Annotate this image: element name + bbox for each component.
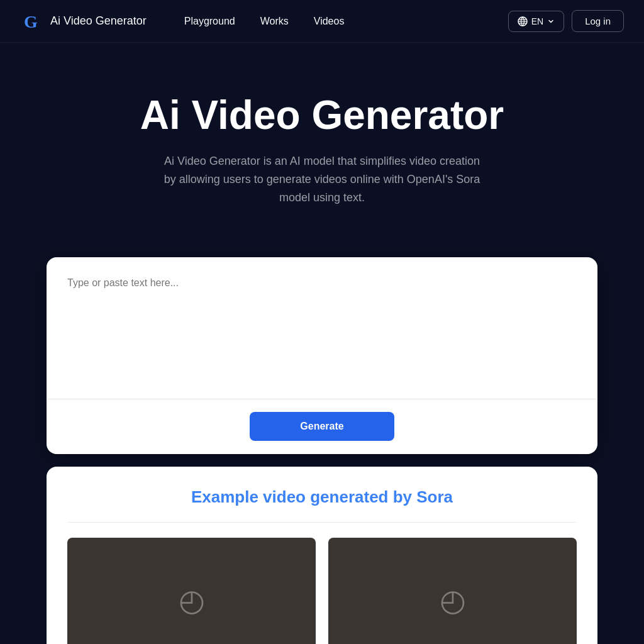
input-card: Generate: [47, 257, 597, 454]
chevron-down-icon: [547, 18, 555, 25]
logo-icon[interactable]: G: [20, 10, 43, 33]
hero-section: Ai Video Generator Ai Video Generator is…: [0, 43, 644, 245]
nav-works[interactable]: Works: [250, 11, 299, 32]
nav-playground[interactable]: Playground: [174, 11, 245, 32]
video-thumbnail-1[interactable]: ◴: [67, 538, 316, 644]
examples-title: Example video generated by Sora: [67, 487, 577, 507]
globe-icon: [518, 16, 528, 26]
login-button[interactable]: Log in: [572, 10, 624, 32]
generate-button[interactable]: Generate: [250, 412, 394, 441]
language-selector[interactable]: EN: [508, 11, 564, 32]
navbar: G Ai Video Generator Playground Works Vi…: [0, 0, 644, 43]
svg-text:G: G: [24, 12, 38, 31]
prompt-input[interactable]: [47, 258, 597, 396]
loading-icon-2: ◴: [440, 586, 466, 616]
loading-icon-1: ◴: [179, 586, 205, 616]
language-label: EN: [531, 16, 543, 26]
examples-divider: [67, 522, 577, 523]
nav-links: Playground Works Videos: [174, 11, 355, 32]
video-grid: ◴ ◴: [67, 538, 577, 644]
brand-name: Ai Video Generator: [50, 14, 147, 28]
nav-videos[interactable]: Videos: [304, 11, 355, 32]
hero-title: Ai Video Generator: [20, 93, 624, 137]
navbar-right: EN Log in: [508, 10, 624, 32]
examples-card: Example video generated by Sora ◴ ◴: [47, 467, 597, 644]
hero-subtitle: Ai Video Generator is an AI model that s…: [158, 152, 486, 206]
input-footer: Generate: [47, 399, 597, 453]
navbar-left: G Ai Video Generator Playground Works Vi…: [20, 10, 354, 33]
video-thumbnail-2[interactable]: ◴: [328, 538, 577, 644]
